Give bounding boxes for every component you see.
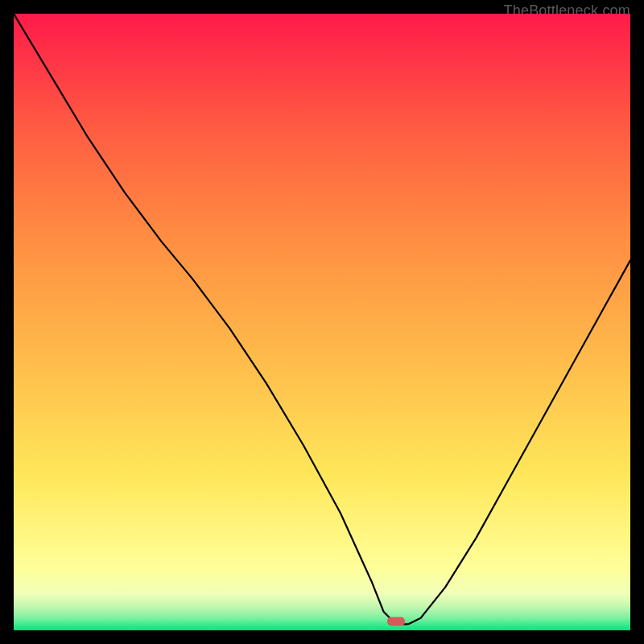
- chart-svg: [14, 14, 630, 630]
- gradient-background: [14, 14, 630, 630]
- optimal-marker: [387, 617, 405, 625]
- chart-frame: TheBottleneck.com: [14, 14, 630, 630]
